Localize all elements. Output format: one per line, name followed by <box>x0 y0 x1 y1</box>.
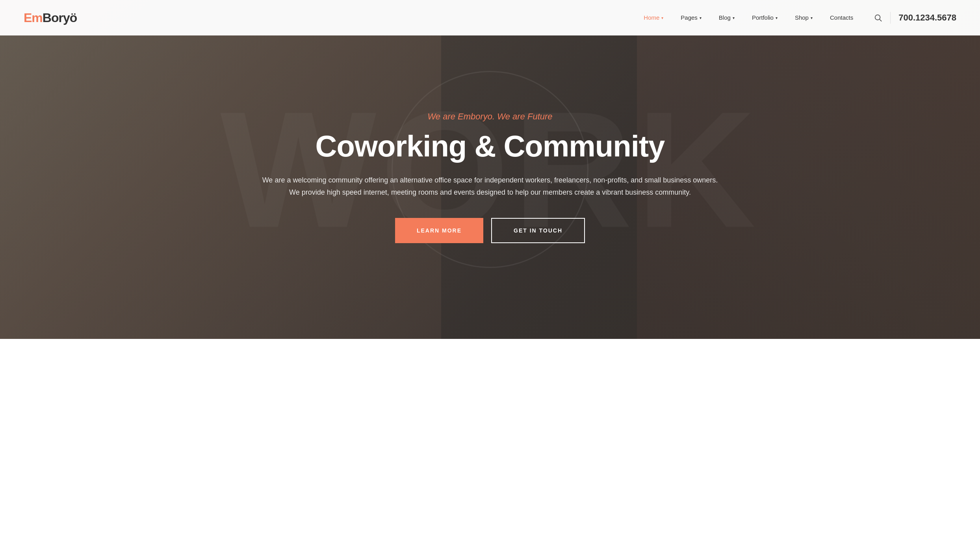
chevron-down-icon: ▾ <box>733 0 735 36</box>
chevron-down-icon: ▾ <box>700 0 702 36</box>
learn-more-button[interactable]: LEARN MORE <box>395 218 483 243</box>
chevron-down-icon: ▾ <box>776 0 778 36</box>
svg-point-0 <box>875 15 880 20</box>
nav-label-shop: Shop <box>795 0 809 35</box>
nav-label-contacts: Contacts <box>830 0 853 35</box>
logo-em: Em <box>24 11 43 25</box>
nav-link-contacts[interactable]: Contacts <box>821 0 862 35</box>
nav-label-pages: Pages <box>681 0 698 35</box>
search-button[interactable] <box>874 13 882 22</box>
nav-label-blog: Blog <box>719 0 731 35</box>
nav-link-pages[interactable]: Pages ▾ <box>672 0 710 35</box>
hero-section: WORK We are Emboryo. We are Future Cowor… <box>0 0 980 339</box>
hero-description: We are a welcoming community offering an… <box>258 174 722 198</box>
phone-number: 700.1234.5678 <box>898 13 956 23</box>
chevron-down-icon: ▾ <box>661 0 663 36</box>
nav-item-portfolio: Portfolio ▾ <box>743 0 786 35</box>
nav-link-shop[interactable]: Shop ▾ <box>786 0 821 35</box>
nav-links: Home ▾ Pages ▾ Blog ▾ Portfolio ▾ Shop <box>635 0 862 35</box>
hero-buttons: LEARN MORE GET IN TOUCH <box>258 218 722 243</box>
logo-o-umlaut: ö <box>70 11 77 25</box>
nav-link-portfolio[interactable]: Portfolio ▾ <box>743 0 786 35</box>
nav-item-pages: Pages ▾ <box>672 0 710 35</box>
nav-link-home[interactable]: Home ▾ <box>635 0 672 35</box>
get-in-touch-button[interactable]: GET IN TOUCH <box>491 218 585 243</box>
logo[interactable]: EmBoryö <box>24 11 77 25</box>
nav-label-home: Home <box>644 0 659 35</box>
hero-subtitle: We are Emboryo. We are Future <box>258 112 722 122</box>
hero-title: Coworking & Community <box>258 130 722 163</box>
nav-item-shop: Shop ▾ <box>786 0 821 35</box>
chevron-down-icon: ▾ <box>811 0 813 36</box>
nav-item-blog: Blog ▾ <box>710 0 743 35</box>
nav-divider <box>890 12 891 24</box>
nav-label-portfolio: Portfolio <box>752 0 774 35</box>
svg-line-1 <box>880 19 882 21</box>
search-icon <box>874 13 882 22</box>
nav-link-blog[interactable]: Blog ▾ <box>710 0 743 35</box>
nav-item-contacts: Contacts <box>821 0 862 35</box>
hero-content: We are Emboryo. We are Future Coworking … <box>234 112 746 244</box>
logo-boryo: Boryö <box>43 11 77 25</box>
nav-item-home: Home ▾ <box>635 0 672 35</box>
navbar: EmBoryö Home ▾ Pages ▾ Blog ▾ Portfolio … <box>0 0 980 35</box>
